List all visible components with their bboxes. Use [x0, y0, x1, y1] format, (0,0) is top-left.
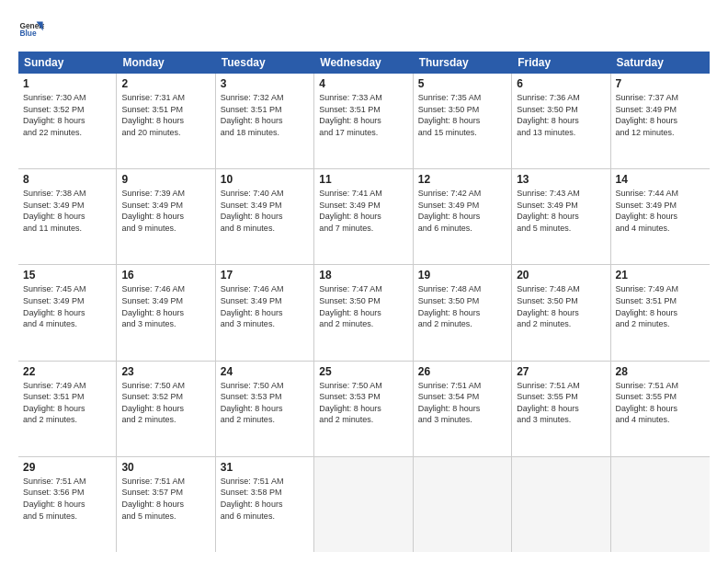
day-number: 28: [616, 365, 705, 378]
cell-info: Sunrise: 7:51 AMSunset: 3:57 PMDaylight:…: [121, 476, 210, 522]
calendar-cell: 21Sunrise: 7:49 AMSunset: 3:51 PMDayligh…: [611, 265, 710, 360]
cell-info: Sunrise: 7:48 AMSunset: 3:50 PMDaylight:…: [517, 283, 605, 329]
day-number: 18: [319, 269, 407, 282]
day-number: 31: [221, 461, 309, 474]
calendar-cell: 4Sunrise: 7:33 AMSunset: 3:51 PMDaylight…: [314, 74, 413, 168]
calendar-cell: 20Sunrise: 7:48 AMSunset: 3:50 PMDayligh…: [512, 265, 610, 360]
day-number: 12: [418, 173, 506, 186]
weekday-header: Thursday: [414, 52, 512, 74]
calendar-cell: 19Sunrise: 7:48 AMSunset: 3:50 PMDayligh…: [414, 265, 512, 360]
cell-info: Sunrise: 7:50 AMSunset: 3:53 PMDaylight:…: [221, 380, 309, 426]
day-number: 15: [23, 269, 111, 282]
calendar-cell: 12Sunrise: 7:42 AMSunset: 3:49 PMDayligh…: [414, 169, 512, 264]
calendar-cell: 3Sunrise: 7:32 AMSunset: 3:51 PMDaylight…: [216, 74, 314, 168]
calendar-cell: [314, 457, 413, 552]
cell-info: Sunrise: 7:46 AMSunset: 3:49 PMDaylight:…: [121, 283, 210, 329]
calendar-cell: 30Sunrise: 7:51 AMSunset: 3:57 PMDayligh…: [117, 457, 215, 552]
day-number: 9: [121, 173, 210, 186]
calendar-row: 1Sunrise: 7:30 AMSunset: 3:52 PMDaylight…: [18, 74, 710, 169]
day-number: 29: [23, 461, 111, 474]
day-number: 5: [418, 77, 506, 90]
day-number: 8: [23, 173, 111, 186]
day-number: 22: [23, 365, 111, 378]
calendar-cell: [414, 457, 512, 552]
weekday-header: Monday: [117, 52, 215, 74]
weekday-header: Friday: [512, 52, 610, 74]
calendar-row: 22Sunrise: 7:49 AMSunset: 3:51 PMDayligh…: [18, 362, 710, 457]
cell-info: Sunrise: 7:36 AMSunset: 3:50 PMDaylight:…: [517, 92, 605, 138]
day-number: 16: [121, 269, 210, 282]
cell-info: Sunrise: 7:45 AMSunset: 3:49 PMDaylight:…: [23, 283, 111, 329]
day-number: 6: [517, 77, 605, 90]
calendar-cell: 23Sunrise: 7:50 AMSunset: 3:52 PMDayligh…: [117, 362, 215, 456]
cell-info: Sunrise: 7:51 AMSunset: 3:55 PMDaylight:…: [616, 380, 705, 426]
cell-info: Sunrise: 7:43 AMSunset: 3:49 PMDaylight:…: [517, 188, 605, 234]
header: General Blue: [18, 17, 710, 42]
day-number: 17: [221, 269, 309, 282]
day-number: 1: [23, 77, 111, 90]
calendar-row: 29Sunrise: 7:51 AMSunset: 3:56 PMDayligh…: [18, 457, 710, 552]
calendar-cell: 6Sunrise: 7:36 AMSunset: 3:50 PMDaylight…: [512, 74, 610, 168]
calendar-cell: 13Sunrise: 7:43 AMSunset: 3:49 PMDayligh…: [512, 169, 610, 264]
weekday-header: Wednesday: [314, 52, 413, 74]
calendar-row: 15Sunrise: 7:45 AMSunset: 3:49 PMDayligh…: [18, 265, 710, 361]
cell-info: Sunrise: 7:31 AMSunset: 3:51 PMDaylight:…: [121, 92, 210, 138]
cell-info: Sunrise: 7:35 AMSunset: 3:50 PMDaylight:…: [418, 92, 506, 138]
weekday-header: Sunday: [18, 52, 117, 74]
cell-info: Sunrise: 7:42 AMSunset: 3:49 PMDaylight:…: [418, 188, 506, 234]
svg-text:Blue: Blue: [19, 29, 36, 38]
day-number: 26: [418, 365, 506, 378]
cell-info: Sunrise: 7:30 AMSunset: 3:52 PMDaylight:…: [23, 92, 111, 138]
cell-info: Sunrise: 7:51 AMSunset: 3:58 PMDaylight:…: [221, 476, 309, 522]
calendar-cell: 22Sunrise: 7:49 AMSunset: 3:51 PMDayligh…: [18, 362, 117, 456]
cell-info: Sunrise: 7:49 AMSunset: 3:51 PMDaylight:…: [616, 283, 705, 329]
logo-icon: General Blue: [18, 17, 44, 42]
calendar-cell: 9Sunrise: 7:39 AMSunset: 3:49 PMDaylight…: [117, 169, 215, 264]
day-number: 20: [517, 269, 605, 282]
cell-info: Sunrise: 7:49 AMSunset: 3:51 PMDaylight:…: [23, 380, 111, 426]
cell-info: Sunrise: 7:51 AMSunset: 3:54 PMDaylight:…: [418, 380, 506, 426]
calendar-cell: 14Sunrise: 7:44 AMSunset: 3:49 PMDayligh…: [611, 169, 710, 264]
cell-info: Sunrise: 7:41 AMSunset: 3:49 PMDaylight:…: [319, 188, 407, 234]
calendar-cell: 5Sunrise: 7:35 AMSunset: 3:50 PMDaylight…: [414, 74, 512, 168]
day-number: 7: [616, 77, 705, 90]
cell-info: Sunrise: 7:33 AMSunset: 3:51 PMDaylight:…: [319, 92, 407, 138]
cell-info: Sunrise: 7:50 AMSunset: 3:52 PMDaylight:…: [121, 380, 210, 426]
day-number: 4: [319, 77, 407, 90]
page: General Blue SundayMondayTuesdayWednesda…: [0, 0, 728, 563]
day-number: 14: [616, 173, 705, 186]
day-number: 13: [517, 173, 605, 186]
calendar-cell: 25Sunrise: 7:50 AMSunset: 3:53 PMDayligh…: [314, 362, 413, 456]
calendar-row: 8Sunrise: 7:38 AMSunset: 3:49 PMDaylight…: [18, 169, 710, 265]
calendar-cell: 16Sunrise: 7:46 AMSunset: 3:49 PMDayligh…: [117, 265, 215, 360]
calendar-cell: 17Sunrise: 7:46 AMSunset: 3:49 PMDayligh…: [216, 265, 314, 360]
calendar-cell: 1Sunrise: 7:30 AMSunset: 3:52 PMDaylight…: [18, 74, 117, 168]
cell-info: Sunrise: 7:39 AMSunset: 3:49 PMDaylight:…: [121, 188, 210, 234]
calendar-cell: 8Sunrise: 7:38 AMSunset: 3:49 PMDaylight…: [18, 169, 117, 264]
day-number: 3: [221, 77, 309, 90]
day-number: 27: [517, 365, 605, 378]
logo: General Blue: [18, 17, 44, 42]
calendar-cell: [611, 457, 710, 552]
day-number: 21: [616, 269, 705, 282]
calendar-cell: 10Sunrise: 7:40 AMSunset: 3:49 PMDayligh…: [216, 169, 314, 264]
day-number: 19: [418, 269, 506, 282]
calendar-cell: 29Sunrise: 7:51 AMSunset: 3:56 PMDayligh…: [18, 457, 117, 552]
calendar-cell: 24Sunrise: 7:50 AMSunset: 3:53 PMDayligh…: [216, 362, 314, 456]
calendar-cell: 27Sunrise: 7:51 AMSunset: 3:55 PMDayligh…: [512, 362, 610, 456]
calendar-cell: 26Sunrise: 7:51 AMSunset: 3:54 PMDayligh…: [414, 362, 512, 456]
day-number: 11: [319, 173, 407, 186]
calendar: SundayMondayTuesdayWednesdayThursdayFrid…: [18, 52, 710, 552]
calendar-cell: 18Sunrise: 7:47 AMSunset: 3:50 PMDayligh…: [314, 265, 413, 360]
day-number: 23: [121, 365, 210, 378]
day-number: 24: [221, 365, 309, 378]
cell-info: Sunrise: 7:47 AMSunset: 3:50 PMDaylight:…: [319, 283, 407, 329]
calendar-cell: [512, 457, 610, 552]
day-number: 10: [221, 173, 309, 186]
calendar-cell: 2Sunrise: 7:31 AMSunset: 3:51 PMDaylight…: [117, 74, 215, 168]
cell-info: Sunrise: 7:32 AMSunset: 3:51 PMDaylight:…: [221, 92, 309, 138]
cell-info: Sunrise: 7:38 AMSunset: 3:49 PMDaylight:…: [23, 188, 111, 234]
cell-info: Sunrise: 7:44 AMSunset: 3:49 PMDaylight:…: [616, 188, 705, 234]
cell-info: Sunrise: 7:51 AMSunset: 3:55 PMDaylight:…: [517, 380, 605, 426]
cell-info: Sunrise: 7:46 AMSunset: 3:49 PMDaylight:…: [221, 283, 309, 329]
